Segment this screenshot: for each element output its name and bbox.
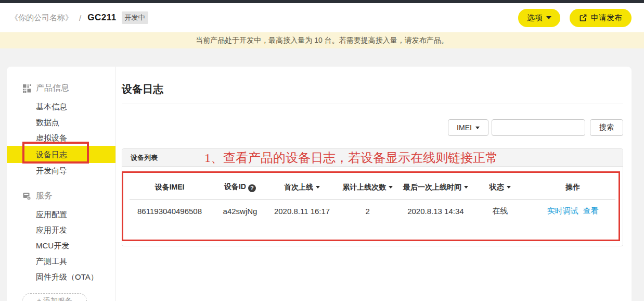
column-header-device-id: 设备ID? <box>210 167 271 200</box>
apply-publish-label: 申请发布 <box>591 13 622 23</box>
breadcrumb-product-name: GC211 <box>87 12 116 23</box>
add-service-button[interactable]: + 添加服务 <box>22 293 87 301</box>
dev-status-notice-bar: 当前产品处于开发中，最高接入量为 10 台。若需要提高接入量，请发布产品。 <box>0 32 644 48</box>
search-button[interactable]: 搜索 <box>590 119 623 136</box>
sidebar-services-list: 应用配置 应用开发 MCU开发 产测工具 固件升级（OTA） <box>7 207 115 285</box>
sidebar: 产品信息 基本信息 数据点 虚拟设备 设备日志 开发向导 服务 应用配置 <box>7 67 116 301</box>
sidebar-item-dev-wizard[interactable]: 开发向导 <box>7 163 115 179</box>
cell-device-id: a42swjNg <box>210 200 271 224</box>
sidebar-section-services: 服务 <box>7 190 115 202</box>
caret-down-icon <box>546 16 551 19</box>
breadcrumb: 《你的公司名称》 / GC211 开发中 <box>10 11 148 24</box>
device-table: 设备IMEI 设备ID? 首次上线 累计上线次数 最后一次上线时间 状态 操作 <box>130 167 615 223</box>
column-header-imei: 设备IMEI <box>130 167 210 200</box>
cell-status: 在线 <box>470 200 531 224</box>
table-row: 861193040496508 a42swjNg 2020.8.11 16:17… <box>130 200 615 224</box>
breadcrumb-company[interactable]: 《你的公司名称》 <box>10 13 73 23</box>
sort-caret-icon <box>316 186 320 189</box>
view-link[interactable]: 查看 <box>583 206 599 215</box>
main-content: 设备日志 IMEI 搜索 设备列表 1、查看产品的设备日志，若设备显示在线则链接… <box>116 67 632 301</box>
page-background: 产品信息 基本信息 数据点 虚拟设备 设备日志 开发向导 服务 应用配置 <box>0 48 644 301</box>
sidebar-item-datapoints[interactable]: 数据点 <box>7 115 115 130</box>
cell-first-online: 2020.8.11 16:17 <box>271 200 333 224</box>
status-badge: 开发中 <box>122 11 148 24</box>
external-link-icon <box>579 14 587 22</box>
sort-caret-icon <box>389 186 393 189</box>
column-header-actions: 操作 <box>531 167 615 200</box>
content-card: 产品信息 基本信息 数据点 虚拟设备 设备日志 开发向导 服务 应用配置 <box>7 67 632 301</box>
sidebar-item-app-config[interactable]: 应用配置 <box>7 207 115 222</box>
help-icon[interactable]: ? <box>248 184 256 192</box>
search-filter-select[interactable]: IMEI <box>448 119 488 136</box>
device-list-title: 设备列表 <box>131 153 158 162</box>
sidebar-item-production-tools[interactable]: 产测工具 <box>7 254 115 269</box>
sort-caret-icon <box>507 186 511 189</box>
column-header-first-online[interactable]: 首次上线 <box>271 167 333 200</box>
header: 《你的公司名称》 / GC211 开发中 选项 申请发布 <box>0 3 644 32</box>
sidebar-item-basic-info[interactable]: 基本信息 <box>7 99 115 115</box>
grid-icon <box>22 84 31 93</box>
column-header-online-count[interactable]: 累计上线次数 <box>333 167 402 200</box>
options-button[interactable]: 选项 <box>518 9 560 27</box>
realtime-debug-link[interactable]: 实时调试 <box>547 206 578 215</box>
notice-text: 当前产品处于开发中，最高接入量为 10 台。若需要提高接入量，请发布产品。 <box>196 36 448 45</box>
sidebar-section-title: 产品信息 <box>36 83 69 94</box>
page-title: 设备日志 <box>122 82 623 96</box>
search-filter-value: IMEI <box>457 123 472 132</box>
column-header-status[interactable]: 状态 <box>470 167 531 200</box>
breadcrumb-separator: / <box>79 14 81 22</box>
device-table-header-row: 设备IMEI 设备ID? 首次上线 累计上线次数 最后一次上线时间 状态 操作 <box>130 167 615 200</box>
sidebar-section-product-info: 产品信息 <box>7 82 115 94</box>
cell-last-online: 2020.8.13 14:34 <box>402 200 470 224</box>
sidebar-item-app-dev[interactable]: 应用开发 <box>7 222 115 238</box>
title-divider <box>122 104 623 104</box>
sidebar-item-device-log[interactable]: 设备日志 <box>7 146 115 163</box>
sidebar-section-title: 服务 <box>36 191 53 202</box>
cell-online-count: 2 <box>333 200 402 224</box>
header-actions: 选项 申请发布 <box>518 9 632 27</box>
cell-actions: 实时调试 查看 <box>531 200 615 224</box>
annotation-text: 1、查看产品的设备日志，若设备显示在线则链接正常 <box>204 152 498 164</box>
sidebar-item-firmware-ota[interactable]: 固件升级（OTA） <box>7 269 115 285</box>
sidebar-item-mcu-dev[interactable]: MCU开发 <box>7 238 115 254</box>
options-button-label: 选项 <box>527 13 543 23</box>
cell-imei: 861193040496508 <box>130 200 210 224</box>
service-icon <box>22 192 31 200</box>
device-list-panel-header: 设备列表 1、查看产品的设备日志，若设备显示在线则链接正常 <box>122 149 623 167</box>
sidebar-product-list: 基本信息 数据点 虚拟设备 设备日志 开发向导 <box>7 99 115 179</box>
column-header-last-online[interactable]: 最后一次上线时间 <box>402 167 470 200</box>
caret-down-icon <box>475 127 480 129</box>
sidebar-item-virtual-device[interactable]: 虚拟设备 <box>7 130 115 146</box>
device-list-panel-body: 设备IMEI 设备ID? 首次上线 累计上线次数 最后一次上线时间 状态 操作 <box>122 167 623 246</box>
device-list-panel: 设备列表 1、查看产品的设备日志，若设备显示在线则链接正常 设备IMEI 设备I… <box>122 148 623 246</box>
apply-publish-button[interactable]: 申请发布 <box>570 9 632 27</box>
search-controls: IMEI 搜索 <box>122 119 623 136</box>
sort-caret-icon <box>464 186 468 189</box>
search-input[interactable] <box>492 119 585 136</box>
